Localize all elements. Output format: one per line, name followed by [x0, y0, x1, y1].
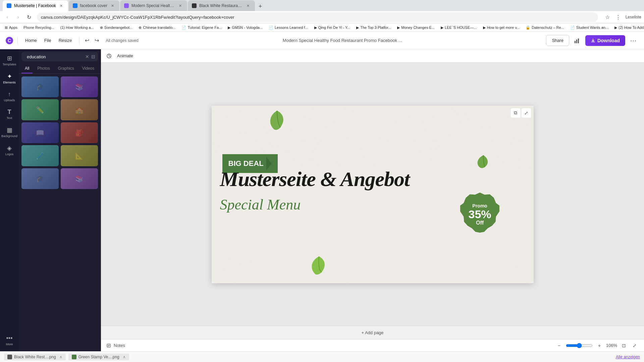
result-item-3[interactable]: ✏️	[21, 99, 59, 120]
tab-photos[interactable]: Photos	[34, 64, 53, 73]
tab-4[interactable]: Black White Restaurant Typo... ✕	[188, 0, 255, 11]
bookmark-6[interactable]: ▶ GMSN - Vologda...	[226, 25, 265, 31]
browser-menu[interactable]: ⋮	[613, 12, 623, 22]
brand-logo[interactable]: C	[5, 37, 13, 45]
search-filter-button[interactable]: ⊟	[91, 54, 95, 59]
tab-3[interactable]: Modern Special Healthy Food... ✕	[120, 0, 187, 11]
reload-button[interactable]: ↻	[24, 12, 34, 22]
leaf-top	[267, 109, 287, 132]
zoom-slider[interactable]	[566, 343, 593, 348]
new-tab-button[interactable]: +	[256, 2, 265, 11]
tab-graphics[interactable]: Graphics	[55, 64, 77, 73]
sidebar-item-text[interactable]: T Text	[1, 106, 18, 122]
canvas-workspace[interactable]: ⧉ ⤢	[101, 63, 644, 326]
animate-button[interactable]: Animate	[114, 52, 136, 60]
tab-close-2[interactable]: ✕	[110, 3, 115, 8]
bookmark-1[interactable]: Phone Recycling...	[21, 25, 56, 30]
search-clear-button[interactable]: ✕	[85, 54, 89, 59]
redo-button[interactable]: ↪	[93, 36, 100, 45]
status-file-1[interactable]: Black White Rest....png ∧	[4, 354, 66, 360]
sidebar-item-logos[interactable]: ◈ Logos	[1, 142, 18, 159]
bookmark-2[interactable]: (1) How Working a...	[58, 25, 96, 30]
bookmark-9[interactable]: ▶ The Top 3 Platfor...	[354, 25, 393, 31]
svg-rect-4	[578, 39, 579, 43]
tab-close-4[interactable]: ✕	[246, 3, 251, 8]
tab-close-1[interactable]: ✕	[59, 3, 64, 8]
result-item-1[interactable]: 🎓	[21, 76, 59, 97]
sidebar-item-templates[interactable]: ⊞ Templates	[1, 52, 18, 69]
result-item-7[interactable]: 🖊️	[21, 145, 59, 166]
promo-off: Off	[476, 220, 484, 226]
notes-button[interactable]: Notes	[114, 343, 125, 348]
file-menu-item[interactable]: File	[41, 36, 55, 45]
bookmark-11[interactable]: ▶ LEE 'S HOUSE—...	[439, 25, 479, 31]
forward-button[interactable]: ›	[13, 12, 23, 22]
toolbar-left: C Home File Resize ↩ ↪ All changes saved	[5, 36, 139, 45]
alle-anzeigen-link[interactable]: Alle anzeigen	[616, 355, 640, 359]
bookmark-13[interactable]: 🔒 Datenschutz – Re...	[524, 25, 566, 31]
home-menu-item[interactable]: Home	[22, 36, 40, 45]
undo-button[interactable]: ↩	[84, 36, 91, 45]
big-deal-text: BIG DEAL	[228, 159, 264, 168]
tab-all[interactable]: All	[21, 64, 33, 73]
design-title: Modern Special Healthy Food Restaurant P…	[141, 38, 544, 43]
logos-icon: ◈	[7, 144, 12, 152]
result-item-10[interactable]: 📚	[61, 168, 98, 189]
status-file-close-1[interactable]: ∧	[59, 355, 62, 359]
download-icon	[591, 38, 595, 43]
result-item-8[interactable]: 📐	[61, 145, 98, 166]
canvas-title-main[interactable]: Musterseite & Angebot	[220, 168, 410, 190]
status-file-close-2[interactable]: ∧	[123, 355, 126, 359]
sidebar-label-templates: Templates	[2, 63, 16, 66]
result-item-2[interactable]: 📚	[61, 76, 98, 97]
share-button[interactable]: Share	[546, 35, 569, 46]
tab-close-3[interactable]: ✕	[178, 3, 183, 8]
result-item-4[interactable]: 🏫	[61, 99, 98, 120]
search-tabs: All Photos Graphics Videos Audio	[19, 64, 101, 74]
back-button[interactable]: ‹	[3, 12, 12, 22]
bookmark-apps[interactable]: ⊞ Apps	[3, 25, 19, 31]
bookmark-12[interactable]: ▶ How to get more v...	[481, 25, 522, 31]
result-item-5[interactable]: 📖	[21, 122, 59, 143]
bookmark-14[interactable]: 📄 Student Wants an...	[568, 25, 610, 31]
tab-favicon-3	[124, 3, 129, 8]
result-item-6[interactable]: 🎒	[61, 122, 98, 143]
search-input[interactable]	[27, 54, 83, 59]
sidebar-item-background[interactable]: ▦ Background	[1, 124, 18, 140]
browser-chrome: Musterseite | Facebook ✕ facebook cover …	[0, 0, 644, 32]
bookmark-5[interactable]: 📄 Tutorial: Eigene Fa...	[179, 25, 224, 31]
sidebar-item-elements[interactable]: ✦ Elements	[1, 70, 18, 87]
sidebar-item-uploads[interactable]: ↑ Uploads	[1, 88, 18, 105]
tab-favicon	[7, 3, 11, 8]
design-canvas[interactable]: BIG DEAL Musterseite & Angebot Special M…	[212, 106, 534, 283]
bookmark-15[interactable]: ▶ (2) How To Add A...	[612, 25, 644, 31]
bookmark-7[interactable]: 📄 Lessons Learned f...	[267, 25, 310, 31]
chart-button[interactable]	[572, 35, 583, 46]
tab-videos[interactable]: Videos	[79, 64, 98, 73]
fit-screen-button[interactable]: ⊡	[620, 342, 628, 350]
leseliste-label: Leseliste	[626, 15, 641, 19]
sidebar-item-more[interactable]: ••• More	[1, 332, 18, 349]
canvas-expand-button[interactable]: ⤢	[522, 108, 531, 118]
address-bar[interactable]: canva.com/design/DAEyzqkApKc/U_jCWYCc-Co…	[37, 12, 598, 22]
fullscreen-button[interactable]: ⤢	[631, 342, 639, 350]
tab-2[interactable]: facebook cover ✕	[69, 0, 119, 11]
status-file-2[interactable]: Green Stamp Ve....png ∧	[68, 354, 129, 360]
canvas-copy-button[interactable]: ⧉	[511, 108, 520, 118]
bookmark-8[interactable]: ▶ Qing Fei De Yi - Y...	[312, 25, 353, 31]
bookmark-10[interactable]: ▶ Money Changes E...	[395, 25, 437, 31]
app: C Home File Resize ↩ ↪ All changes saved…	[0, 32, 644, 362]
download-button[interactable]: Download	[585, 35, 625, 46]
more-button[interactable]: ⋯	[628, 35, 639, 46]
bookmark-3[interactable]: ⊕ Sonderangebot...	[98, 25, 135, 31]
zoom-out-button[interactable]: −	[555, 342, 563, 350]
zoom-in-button[interactable]: +	[595, 342, 603, 350]
bookmark-4[interactable]: ⊕ Chinese translatio...	[137, 25, 177, 31]
tab-1[interactable]: Musterseite | Facebook ✕	[3, 0, 68, 11]
resize-menu-item[interactable]: Resize	[55, 36, 75, 45]
add-page-button[interactable]: + Add page	[361, 330, 383, 335]
canvas-title-sub[interactable]: Special Menu	[220, 196, 301, 213]
result-item-9[interactable]: 🎓	[21, 168, 59, 189]
svg-rect-5	[580, 40, 580, 41]
bookmark-star[interactable]: ☆	[603, 12, 612, 22]
